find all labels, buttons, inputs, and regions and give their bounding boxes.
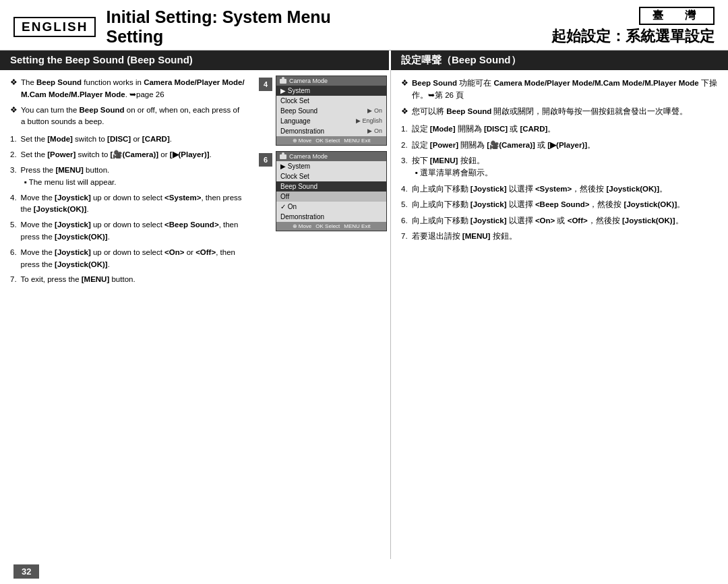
right-step-2: 2.設定 [Power] 開關為 [🎥(Camera)] 或 [▶(Player… xyxy=(401,139,718,151)
left-step-5: 5.Move the [Joystick] up or down to sele… xyxy=(10,219,245,243)
left-bullet-1: ❖ The Beep Sound function works in Camer… xyxy=(10,77,245,101)
left-bullet-2: ❖ You can turn the Beep Sound on or off,… xyxy=(10,105,245,129)
right-bullet-1: ❖ Beep Sound 功能可在 Camera Mode/Player Mod… xyxy=(401,77,718,102)
right-step-7: 7.若要退出請按 [MENU] 按鈕。 xyxy=(401,230,718,242)
menu-item-beep-6-selected: Beep Sound xyxy=(276,181,386,192)
menu-item-beep-4: Beep Sound▶ On xyxy=(276,106,386,116)
menu-item-clockset-6: Clock Set xyxy=(276,171,386,181)
menu-item-clockset-4: Clock Set xyxy=(276,96,386,106)
left-step-6: 6.Move the [Joystick] up or down to sele… xyxy=(10,247,245,271)
menu-item-system-4: ▶ System xyxy=(276,86,386,96)
taiwan-label: 臺 灣 xyxy=(639,7,715,25)
diagrams-area: 4 Camera Mode ▶ System xyxy=(255,70,390,559)
footer: 32 xyxy=(0,559,728,584)
section-header-right: 設定嗶聲（Beep Sound） xyxy=(391,51,728,70)
right-step-4: 4.向上或向下移動 [Joystick] 以選擇 <System>，然後按 [J… xyxy=(401,183,718,195)
left-text: ❖ The Beep Sound function works in Camer… xyxy=(0,70,255,559)
page-number: 32 xyxy=(13,564,39,579)
title-left: Initial Setting: System Menu Setting xyxy=(106,7,391,47)
section-header-left: Setting the Beep Sound (Beep Sound) xyxy=(0,51,391,70)
title-right: 起始設定：系統選單設定 xyxy=(551,26,715,47)
left-step-1: 1.Set the [Mode] switch to [DISC] or [CA… xyxy=(10,134,245,146)
step-badge-6: 6 xyxy=(259,153,272,167)
right-step-5: 5.向上或向下移動 [Joystick] 以選擇 <Beep Sound>，然後… xyxy=(401,198,718,210)
menu-item-demo-6: Demonstration xyxy=(276,212,386,222)
section-headers: Setting the Beep Sound (Beep Sound) 設定嗶聲… xyxy=(0,51,728,70)
right-step-3: 3. 按下 [MENU] 按鈕。 ▪ 選單清單將會顯示。 xyxy=(401,154,718,179)
menu-item-beep-on: ✓ On xyxy=(276,202,386,212)
diagram-6: 6 Camera Mode ▶ System Clock Set Beep So… xyxy=(259,151,387,231)
left-step-7: 7.To exit, press the [MENU] button. xyxy=(10,274,245,286)
left-step-3: 3. Press the [MENU] button. ▪ The menu l… xyxy=(10,165,245,189)
page: ENGLISH Initial Setting: System Menu Set… xyxy=(0,0,728,584)
menu-item-system-6: ▶ System xyxy=(276,161,386,171)
right-bullet-2: ❖ 您可以將 Beep Sound 開啟或關閉，開啟時每按一個按鈕就會發出一次嗶… xyxy=(401,105,718,117)
right-step-1: 1.設定 [Mode] 開關為 [DISC] 或 [CARD]。 xyxy=(401,123,718,135)
menu-screen-4: Camera Mode ▶ System Clock Set Beep Soun… xyxy=(276,76,387,146)
right-column: ❖ Beep Sound 功能可在 Camera Mode/Player Mod… xyxy=(391,70,728,559)
menu-title-4: Camera Mode xyxy=(276,76,386,86)
menu-bottom-4: ⊕ MoveOK SelectMENU Exit xyxy=(276,136,386,145)
menu-screen-6: Camera Mode ▶ System Clock Set Beep Soun… xyxy=(276,151,387,231)
menu-bottom-6: ⊕ MoveOK SelectMENU Exit xyxy=(276,222,386,231)
step-badge-4: 4 xyxy=(259,78,272,91)
diagram-4: 4 Camera Mode ▶ System xyxy=(259,76,387,146)
english-label: ENGLISH xyxy=(13,17,96,37)
right-step-6: 6.向上或向下移動 [Joystick] 以選擇 <On> 或 <Off>，然後… xyxy=(401,214,718,227)
menu-item-beep-off: Off xyxy=(276,192,386,202)
left-step-2: 2.Set the [Power] switch to [🎥(Camera)] … xyxy=(10,149,245,161)
menu-item-demo-4: Demonstration▶ On xyxy=(276,126,386,136)
left-step-4: 4.Move the [Joystick] up or down to sele… xyxy=(10,192,245,216)
menu-item-language-4: Language▶ English xyxy=(276,116,386,126)
menu-title-6: Camera Mode xyxy=(276,152,386,161)
